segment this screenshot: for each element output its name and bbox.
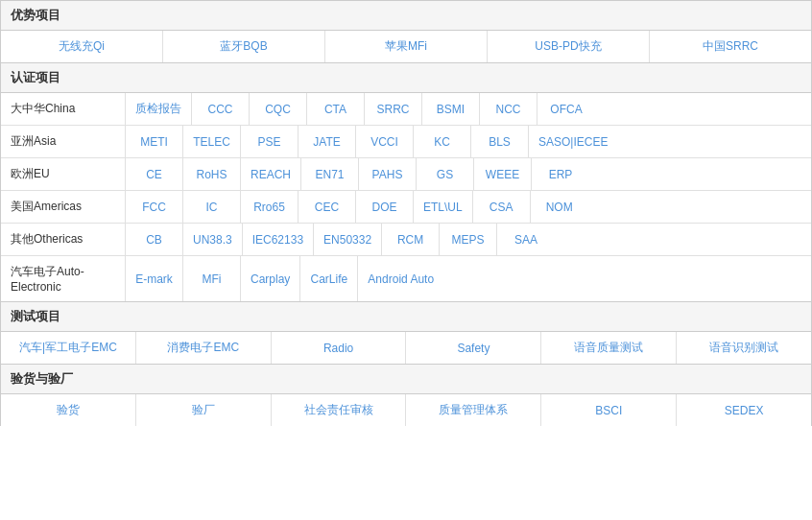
cert-cell[interactable]: CB [126, 224, 183, 255]
cert-cell[interactable]: DOE [356, 191, 414, 223]
cert-cell[interactable]: ETL\UL [414, 191, 473, 223]
row-label: 欧洲EU [1, 158, 126, 190]
certification-title: 认证项目 [1, 63, 811, 93]
cert-cell[interactable]: RoHS [183, 158, 241, 190]
cert-cell[interactable]: VCCI [356, 126, 414, 157]
cert-cell[interactable]: Carplay [241, 256, 300, 301]
cert-cell[interactable]: Android Auto [358, 256, 443, 301]
cert-cell[interactable]: IEC62133 [243, 224, 314, 255]
inspection-cell[interactable]: 验货 [1, 394, 136, 426]
advantage-row: 无线充Qi蓝牙BQB苹果MFiUSB-PD快充中国SRRC [1, 31, 811, 62]
testing-cell[interactable]: 语音质量测试 [541, 332, 677, 364]
row-cells: E-markMFiCarplayCarLifeAndroid Auto [126, 256, 811, 301]
row-cells: CERoHSREACHEN71PAHSGSWEEEERP [126, 158, 811, 190]
cert-cell[interactable]: METI [126, 126, 183, 157]
cert-cell[interactable]: GS [417, 158, 474, 190]
cert-cell[interactable]: JATE [299, 126, 356, 157]
cert-cell[interactable]: SASO|IECEE [529, 126, 617, 157]
testing-title: 测试项目 [1, 302, 811, 332]
cert-cell[interactable]: BSMI [422, 93, 480, 125]
row-label: 亚洲Asia [1, 126, 126, 157]
inspection-cell[interactable]: 社会责任审核 [272, 394, 407, 426]
certification-section: 认证项目 大中华China质检报告CCCCQCCTASRRCBSMINCCOFC… [0, 62, 812, 301]
row-label: 其他Othericas [1, 224, 126, 255]
cert-cell[interactable]: MEPS [440, 224, 497, 255]
cert-cell[interactable]: UN38.3 [183, 224, 243, 255]
advantage-cell[interactable]: 蓝牙BQB [163, 31, 325, 62]
cert-row: 汽车电子Auto-ElectronicE-markMFiCarplayCarLi… [1, 256, 811, 301]
inspection-row: 验货验厂社会责任审核质量管理体系BSCISEDEX [1, 394, 811, 426]
cert-cell[interactable]: CTA [307, 93, 365, 125]
cert-cell[interactable]: CarLife [300, 256, 358, 301]
cert-row: 美国AmericasFCCICRro65CECDOEETL\ULCSANOM [1, 191, 811, 224]
row-cells: METITELECPSEJATEVCCIKCBLSSASO|IECEE [126, 126, 811, 157]
advantage-cell[interactable]: 中国SRRC [650, 31, 811, 62]
row-cells: CBUN38.3IEC62133EN50332RCMMEPSSAA [126, 224, 811, 255]
cert-cell[interactable]: CE [126, 158, 183, 190]
cert-cell[interactable]: FCC [126, 191, 183, 223]
cert-cell[interactable]: WEEE [474, 158, 532, 190]
testing-row: 汽车|军工电子EMC消费电子EMCRadioSafety语音质量测试语音识别测试 [1, 332, 811, 364]
advantage-cell[interactable]: USB-PD快充 [488, 31, 650, 62]
cert-cell[interactable]: MFi [183, 256, 241, 301]
row-label: 大中华China [1, 93, 126, 125]
row-label: 汽车电子Auto-Electronic [1, 256, 126, 301]
cert-cell[interactable]: EN50332 [314, 224, 382, 255]
advantage-section: 优势项目 无线充Qi蓝牙BQB苹果MFiUSB-PD快充中国SRRC [0, 0, 812, 62]
cert-cell[interactable]: CSA [473, 191, 531, 223]
advantage-cell[interactable]: 苹果MFi [325, 31, 488, 62]
cert-row: 其他OthericasCBUN38.3IEC62133EN50332RCMMEP… [1, 224, 811, 256]
cert-row: 欧洲EUCERoHSREACHEN71PAHSGSWEEEERP [1, 158, 811, 191]
inspection-section: 验货与验厂 验货验厂社会责任审核质量管理体系BSCISEDEX [0, 364, 812, 426]
cert-cell[interactable]: SRRC [365, 93, 422, 125]
cert-cell[interactable]: E-mark [126, 256, 183, 301]
cert-row: 大中华China质检报告CCCCQCCTASRRCBSMINCCOFCA [1, 93, 811, 126]
inspection-cell[interactable]: SEDEX [677, 394, 811, 426]
cert-cell[interactable]: 质检报告 [126, 93, 192, 125]
cert-cell[interactable]: PAHS [359, 158, 417, 190]
testing-cell[interactable]: 消费电子EMC [136, 332, 272, 364]
cert-cell[interactable]: KC [414, 126, 471, 157]
testing-section: 测试项目 汽车|军工电子EMC消费电子EMCRadioSafety语音质量测试语… [0, 301, 812, 364]
cert-cell[interactable]: CQC [250, 93, 307, 125]
row-cells: FCCICRro65CECDOEETL\ULCSANOM [126, 191, 811, 223]
cert-cell[interactable]: NOM [531, 191, 588, 223]
cert-cell[interactable]: CEC [299, 191, 356, 223]
cert-cell[interactable]: RCM [382, 224, 440, 255]
testing-cell[interactable]: Radio [272, 332, 407, 364]
advantage-cell[interactable]: 无线充Qi [1, 31, 163, 62]
cert-cell[interactable]: REACH [241, 158, 301, 190]
testing-cell[interactable]: 语音识别测试 [677, 332, 811, 364]
row-cells: 质检报告CCCCQCCTASRRCBSMINCCOFCA [126, 93, 811, 125]
advantage-title: 优势项目 [1, 1, 811, 31]
testing-cell[interactable]: Safety [406, 332, 541, 364]
cert-cell[interactable]: SAA [497, 224, 555, 255]
testing-cell[interactable]: 汽车|军工电子EMC [1, 332, 136, 364]
inspection-title: 验货与验厂 [1, 365, 811, 394]
row-label: 美国Americas [1, 191, 126, 223]
cert-cell[interactable]: PSE [241, 126, 299, 157]
certification-rows: 大中华China质检报告CCCCQCCTASRRCBSMINCCOFCA亚洲As… [1, 93, 811, 301]
cert-cell[interactable]: EN71 [301, 158, 359, 190]
cert-cell[interactable]: TELEC [183, 126, 241, 157]
cert-cell[interactable]: CCC [192, 93, 250, 125]
cert-cell[interactable]: BLS [471, 126, 529, 157]
cert-cell[interactable]: OFCA [537, 93, 595, 125]
cert-cell[interactable]: Rro65 [241, 191, 299, 223]
cert-cell[interactable]: NCC [480, 93, 537, 125]
cert-cell[interactable]: ERP [532, 158, 589, 190]
inspection-cell[interactable]: 验厂 [136, 394, 272, 426]
cert-cell[interactable]: IC [183, 191, 241, 223]
cert-row: 亚洲AsiaMETITELECPSEJATEVCCIKCBLSSASO|IECE… [1, 126, 811, 158]
inspection-cell[interactable]: BSCI [541, 394, 677, 426]
inspection-cell[interactable]: 质量管理体系 [406, 394, 541, 426]
